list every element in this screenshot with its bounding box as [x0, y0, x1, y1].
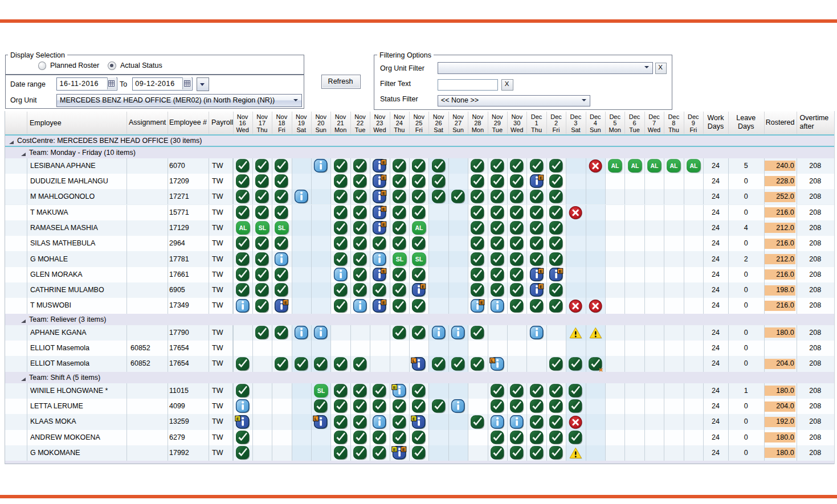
svg-text:E: E	[382, 222, 386, 227]
svg-text:E: E	[382, 300, 386, 305]
svg-text:AL: AL	[239, 224, 247, 231]
svg-text:SL: SL	[395, 256, 403, 263]
svg-text:E: E	[382, 269, 386, 274]
svg-text:E: E	[382, 175, 386, 181]
svg-text:SL: SL	[317, 387, 325, 394]
svg-text:E: E	[559, 269, 562, 274]
svg-text:E: E	[236, 416, 239, 421]
svg-text:E: E	[480, 300, 484, 305]
svg-text:E: E	[382, 159, 386, 165]
svg-text:E: E	[413, 416, 416, 421]
svg-text:SL: SL	[259, 224, 267, 231]
svg-text:E: E	[422, 284, 425, 289]
svg-text:AL: AL	[670, 162, 679, 169]
svg-text:E: E	[382, 191, 386, 196]
svg-text:SL: SL	[278, 224, 286, 231]
svg-text:E: E	[539, 269, 542, 274]
svg-text:E: E	[393, 447, 396, 452]
svg-text:AL: AL	[415, 224, 423, 231]
svg-text:AL: AL	[650, 162, 659, 169]
svg-text:AL: AL	[689, 162, 698, 169]
svg-text:E: E	[393, 385, 396, 390]
svg-text:E: E	[402, 447, 405, 452]
svg-text:AL: AL	[611, 162, 619, 169]
svg-text:E: E	[382, 206, 386, 211]
svg-text:L: L	[491, 358, 494, 363]
svg-text:E: E	[539, 175, 542, 181]
svg-text:L: L	[315, 416, 317, 421]
svg-text:SL: SL	[415, 256, 423, 263]
svg-text:E: E	[539, 284, 542, 289]
svg-text:L: L	[413, 358, 415, 363]
svg-text:E: E	[284, 300, 288, 305]
svg-text:AL: AL	[631, 162, 639, 169]
